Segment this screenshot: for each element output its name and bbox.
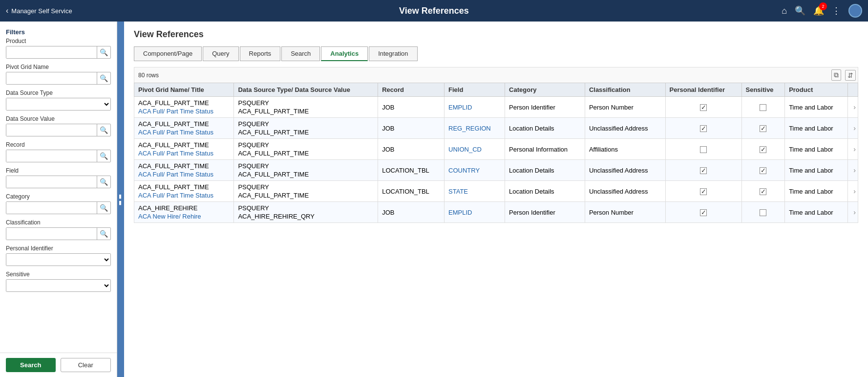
cell-category: Location Details: [505, 160, 585, 181]
cell-row-arrow[interactable]: ›: [847, 118, 858, 139]
pivot-title-value: ACA Full/ Part Time Status: [138, 129, 230, 136]
cell-classification: Unclassified Address: [585, 160, 665, 181]
col-classification: Classification: [585, 83, 665, 97]
filter-category-wrap: 🔍: [6, 201, 111, 214]
cell-data-source: PSQUERY ACA_FULL_PART_TIME: [234, 160, 378, 181]
filter-field-search-btn[interactable]: 🔍: [97, 176, 110, 188]
notification-icon[interactable]: 🔔 2: [813, 5, 824, 16]
filter-record-search-btn[interactable]: 🔍: [97, 150, 110, 162]
cell-personal-id: [665, 160, 741, 181]
cell-record: JOB: [378, 97, 445, 118]
cell-record: LOCATION_TBL: [378, 181, 445, 202]
filter-field-input[interactable]: [6, 176, 97, 188]
filter-product-input[interactable]: [6, 46, 97, 58]
filter-pi-wrap: Yes No: [6, 253, 111, 266]
filter-field-wrap: 🔍: [6, 176, 111, 188]
cell-data-source: PSQUERY ACA_FULL_PART_TIME: [234, 139, 378, 160]
sidebar-collapse-handle[interactable]: ▮▮: [117, 22, 124, 377]
tab-query[interactable]: Query: [203, 46, 238, 61]
field-link[interactable]: REG_REGION: [448, 125, 491, 132]
filter-pi-select[interactable]: Yes No: [6, 254, 110, 266]
pivot-name-value: ACA_FULL_PART_TIME: [138, 162, 230, 170]
collapse-icon: ▮▮: [118, 193, 124, 206]
cell-row-arrow[interactable]: ›: [847, 181, 858, 202]
col-sensitive: Sensitive: [741, 83, 785, 97]
filter-pivot-label: Pivot Grid Name: [6, 64, 111, 70]
cell-sensitive: [741, 118, 785, 139]
cell-category: Location Details: [505, 118, 585, 139]
cell-category: Person Identifier: [505, 202, 585, 223]
filter-sensitive-select[interactable]: Yes No: [6, 280, 110, 291]
filter-product-search-btn[interactable]: 🔍: [97, 46, 110, 58]
pivot-name-value: ACA_FULL_PART_TIME: [138, 120, 230, 128]
filter-ds-value-wrap: 🔍: [6, 124, 111, 136]
ds-type-value: PSQUERY: [238, 162, 374, 170]
filter-data-source-value: Data Source Value 🔍: [6, 115, 111, 136]
sensitive-checkbox: [760, 209, 766, 216]
table-expand-icon[interactable]: ⧉: [831, 69, 841, 81]
clear-button[interactable]: Clear: [61, 358, 111, 372]
cell-product: Time and Labor: [785, 118, 848, 139]
pivot-title-value: ACA Full/ Part Time Status: [138, 192, 230, 199]
tab-component-page[interactable]: Component/Page: [134, 46, 202, 61]
filter-pivot-search-btn[interactable]: 🔍: [97, 72, 110, 84]
filter-ds-value-search-btn[interactable]: 🔍: [97, 124, 110, 136]
filter-category-search-btn[interactable]: 🔍: [97, 202, 110, 214]
filter-ds-type-select[interactable]: PSQUERY: [6, 98, 110, 110]
personal-id-checkbox: [700, 104, 707, 111]
personal-id-checkbox: [700, 167, 707, 174]
sensitive-checkbox: [760, 125, 766, 132]
header-title: View References: [399, 6, 469, 16]
table-row: ACA_FULL_PART_TIME ACA Full/ Part Time S…: [134, 118, 858, 139]
user-avatar[interactable]: [848, 4, 862, 18]
filter-pi-label: Personal Identifier: [6, 245, 111, 252]
filter-personal-identifier: Personal Identifier Yes No: [6, 245, 111, 266]
field-link[interactable]: COUNTRY: [448, 167, 480, 174]
col-product: Product: [785, 83, 848, 97]
search-icon[interactable]: 🔍: [795, 5, 805, 16]
tab-reports[interactable]: Reports: [240, 46, 281, 61]
filter-category-input[interactable]: [6, 202, 97, 214]
filter-classification-search-btn[interactable]: 🔍: [97, 228, 110, 240]
back-nav[interactable]: ‹ Manager Self Service: [6, 6, 72, 15]
row-count: 80 rows: [136, 72, 159, 79]
tab-search[interactable]: Search: [281, 46, 320, 61]
ds-type-value: PSQUERY: [238, 99, 374, 107]
table-sort-icon[interactable]: ⇵: [845, 70, 856, 81]
cell-classification: Unclassified Address: [585, 181, 665, 202]
field-link[interactable]: UNION_CD: [448, 146, 482, 153]
sensitive-checkbox: [760, 146, 766, 153]
cell-sensitive: [741, 139, 785, 160]
filter-pivot-input[interactable]: [6, 72, 97, 84]
app-header: ‹ Manager Self Service View References ⌂…: [0, 0, 868, 22]
filter-ds-type-wrap: PSQUERY: [6, 98, 111, 111]
cell-sensitive: [741, 160, 785, 181]
field-link[interactable]: EMPLID: [448, 209, 472, 216]
filter-classification-input[interactable]: [6, 228, 97, 240]
field-link[interactable]: EMPLID: [448, 104, 472, 111]
pivot-title-value: ACA Full/ Part Time Status: [138, 171, 230, 178]
pivot-title-value: ACA Full/ Part Time Status: [138, 150, 230, 157]
cell-row-arrow[interactable]: ›: [847, 97, 858, 118]
home-icon[interactable]: ⌂: [782, 6, 787, 16]
sidebar-footer: Search Clear: [0, 353, 117, 377]
cell-pivot-name: ACA_FULL_PART_TIME ACA Full/ Part Time S…: [134, 97, 234, 118]
cell-category: Person Identifier: [505, 97, 585, 118]
filter-product-label: Product: [6, 38, 111, 44]
cell-row-arrow[interactable]: ›: [847, 160, 858, 181]
ds-value-value: ACA_FULL_PART_TIME: [238, 192, 374, 199]
cell-sensitive: [741, 202, 785, 223]
filter-ds-value-input[interactable]: [6, 124, 97, 136]
table-row: ACA_FULL_PART_TIME ACA Full/ Part Time S…: [134, 139, 858, 160]
cell-record: JOB: [378, 202, 445, 223]
menu-icon[interactable]: ⋮: [832, 5, 841, 16]
tab-analytics[interactable]: Analytics: [321, 46, 368, 61]
ds-type-value: PSQUERY: [238, 120, 374, 128]
cell-row-arrow[interactable]: ›: [847, 139, 858, 160]
field-link[interactable]: STATE: [448, 188, 468, 195]
main-layout: Filters Product 🔍 Pivot Grid Name 🔍 D: [0, 22, 868, 377]
search-button[interactable]: Search: [6, 358, 56, 372]
tab-integration[interactable]: Integration: [369, 46, 417, 61]
cell-row-arrow[interactable]: ›: [847, 202, 858, 223]
filter-record-input[interactable]: [6, 150, 97, 162]
